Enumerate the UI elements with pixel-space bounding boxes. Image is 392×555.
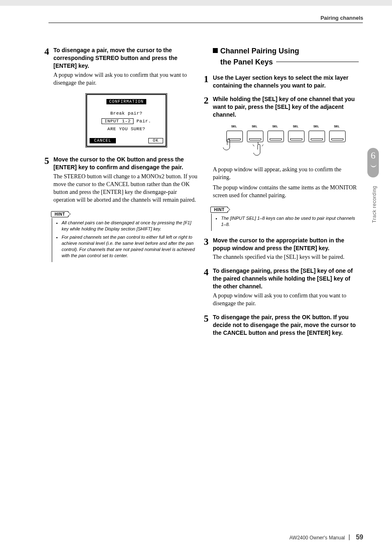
section-heading: Channel Pairing Using [213,46,359,56]
popup-question: Break pair? [90,111,163,116]
step-heading: To disengage a pair, move the cursor to … [53,46,199,70]
hint-arrow-icon [227,207,230,212]
section-heading-line2: the Panel Keys [220,58,273,67]
step-number: 1 [204,74,209,85]
right-step-4: 4 To disengage pairing, press the [SEL] … [213,267,359,307]
left-step-4: 4 To disengage a pair, move the cursor t… [53,46,199,87]
step-heading: Move the cursor to the OK button and pre… [53,156,199,171]
sel-key-diagram: SEL SEL SEL SEL SEL SEL [226,125,346,158]
footer-page-number: 59 [356,534,363,541]
sel-label: SEL [267,125,283,128]
popup-confirm-text: ARE YOU SURE? [90,127,163,131]
sel-button-6 [329,131,346,142]
cancel-button[interactable]: CANCEL [90,138,116,143]
square-bullet-icon [213,48,218,53]
sel-label: SEL [288,125,304,128]
hint-label: HINT [210,207,228,213]
left-step-5: 5 Move the cursor to the OK button and p… [53,156,199,204]
chapter-tab: 6 Track recording [367,148,379,255]
chapter-number: 6 [371,150,376,161]
right-step-5: 5 To disengage the pair, press the OK bu… [213,313,359,337]
right-step-2: 2 While holding the [SEL] key of one cha… [213,95,359,119]
section-heading-line1: Channel Pairing Using [220,47,299,55]
step-body: The channels specified via the [SEL] key… [213,253,359,261]
chapter-number-badge: 6 [367,148,379,177]
step-heading: To disengage the pair, press the OK butt… [213,313,359,337]
section-heading-row2: the Panel Keys [213,58,359,67]
sel-button-3 [267,131,284,142]
step-heading: Move the cursor to the appropriate butto… [213,237,359,252]
step-number: 5 [204,313,209,324]
step-number: 2 [204,95,209,106]
page-footer: AW2400 Owner's Manual 59 [289,534,363,541]
step2-body1: A popup window will appear, asking you t… [213,166,359,182]
popup-button-row: CANCEL OK [90,138,163,143]
confirmation-popup: CONFIRMATION Break pair? INPUT 1-2 Pair.… [85,93,167,147]
sel-button-5 [309,131,325,142]
sel-label: SEL [247,125,263,128]
page: Pairing channels 4 To disengage a pair, … [0,0,392,555]
hand-press-icon [219,138,235,154]
hint-item: The [INPUT SEL] 1–8 keys can also be use… [221,215,359,228]
step2-body2: The popup window contains the same items… [213,184,359,200]
sel-label: SEL [329,125,345,128]
section-rule-line [276,62,359,62]
sel-button-4 [288,131,304,142]
hint-list: The [INPUT SEL] 1–8 keys can also be use… [211,214,359,231]
sel-label: SEL [309,125,324,128]
sel-label: SEL [226,125,242,128]
right-column: Channel Pairing Using the Panel Keys 1 U… [213,46,359,343]
step-number: 4 [204,267,209,278]
popup-inner: CONFIRMATION Break pair? INPUT 1-2 Pair.… [86,94,166,147]
left-column: 4 To disengage a pair, move the cursor t… [53,46,199,265]
hint-box-left: HINT All channel pairs can be disengaged… [51,210,199,262]
step-number: 3 [204,237,209,247]
hand-tap-icon [249,141,266,162]
top-strip [0,0,392,6]
step-body: The STEREO button will change to a MONOx… [53,173,199,204]
step-heading: To disengage pairing, press the [SEL] ke… [213,267,359,290]
chapter-arc-icon [371,162,376,167]
step-number: 4 [44,46,49,57]
popup-target-row: INPUT 1-2 Pair. [90,118,163,124]
popup-title: CONFIRMATION [106,99,146,104]
hint-item: For paired channels set the pan control … [62,234,199,258]
footer-product: AW2400 Owner's Manual [289,535,345,541]
hint-item: All channel pairs can be disengaged at o… [62,220,199,232]
right-step-3: 3 Move the cursor to the appropriate but… [213,237,359,262]
step-heading: Use the Layer section keys to select the… [213,74,359,90]
hint-label: HINT [51,211,69,217]
hint-box-right: HINT The [INPUT SEL] 1–8 keys can also b… [210,205,359,231]
popup-pair-suffix: Pair. [136,119,151,124]
step-body: A popup window will ask you to confirm t… [213,292,359,308]
footer-divider [349,534,350,540]
running-header: Pairing channels [321,15,363,21]
header-rule [48,23,363,23]
step-body: A popup window will ask you to confirm t… [53,71,199,87]
step-heading: While holding the [SEL] key of one chann… [213,95,359,119]
popup-input-label: INPUT 1-2 [101,118,134,124]
sel-button-2 [247,131,263,142]
hint-arrow-icon [68,212,71,216]
right-step-1: 1 Use the Layer section keys to select t… [213,74,359,90]
ok-button[interactable]: OK [148,138,163,143]
step-number: 5 [44,156,49,166]
hint-list: All channel pairs can be disengaged at o… [52,218,199,262]
chapter-title: Track recording [371,186,377,223]
